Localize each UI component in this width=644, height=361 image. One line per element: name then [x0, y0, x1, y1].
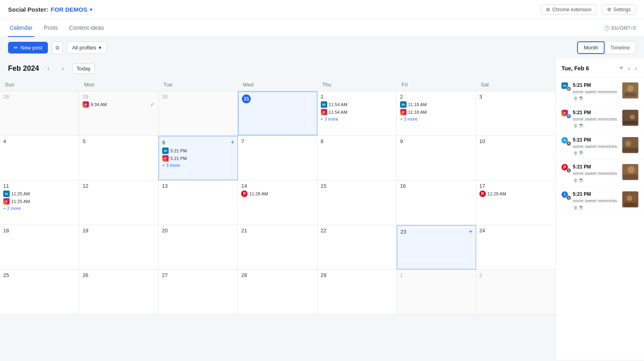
tab-calendar[interactable]: Calendar [8, 19, 34, 37]
linkedin-icon: in [400, 101, 407, 108]
cal-cell-15-feb[interactable]: 15 [318, 180, 397, 225]
chrome-extension-button[interactable]: ⚙ Chrome extension [541, 4, 597, 15]
post-5-thumbnail [622, 191, 638, 207]
prev-month-button[interactable]: ‹ [43, 63, 54, 74]
event-instagram-934[interactable]: ✦ 9:34 AM ✓ [83, 101, 155, 108]
timeline-view-button[interactable]: Timeline [605, 41, 636, 54]
post-2-platform-icons: ✦ F [561, 110, 570, 118]
cal-cell-2-mar[interactable]: 2 [476, 270, 555, 314]
copy-button[interactable]: ⧉ [52, 41, 63, 54]
cal-cell-30-jan[interactable]: 30 [159, 91, 238, 135]
cal-cell-5-feb[interactable]: 5 [79, 136, 159, 180]
cal-cell-31[interactable]: 31 [238, 91, 317, 135]
cal-cell-28-jan[interactable]: 28 [0, 91, 79, 135]
post-5-platform-icons: f S [561, 191, 570, 199]
cal-cell-28-feb[interactable]: 28 [238, 270, 317, 314]
right-panel-post-4[interactable]: P D 5:21 PM some sweet memories🍵☕ [556, 160, 644, 187]
svg-point-1 [627, 85, 634, 92]
event-pinterest-1128-14[interactable]: P 11:28 AM [241, 191, 314, 197]
new-post-button[interactable]: ✏ New post [8, 42, 48, 53]
event-linkedin-1125-11[interactable]: in 11:25 AM [3, 191, 76, 197]
workspace-name[interactable]: FOR DEMOS [51, 6, 87, 13]
add-event-icon[interactable]: + [469, 228, 473, 235]
cal-cell-3-feb[interactable]: 3 [476, 91, 555, 135]
cal-cell-12-feb[interactable]: 12 [79, 180, 159, 225]
right-panel-post-3[interactable]: ✦ A 5:21 PM some sweet memories🍵☕ [556, 133, 644, 160]
cal-cell-25-feb[interactable]: 25 [0, 270, 79, 314]
instagram-icon: ✦ [321, 109, 327, 115]
svg-rect-2 [624, 92, 636, 96]
day-name-sat: Sat [476, 78, 555, 91]
cal-cell-6-feb[interactable]: 6+ in 5:21 PM ✦ 5:21 PM + 3 more [159, 136, 238, 180]
event-linkedin-1118-2[interactable]: in 11:18 AM ✎ [400, 101, 473, 108]
cal-cell-26-feb[interactable]: 26 [79, 270, 159, 314]
cal-cell-18-feb[interactable]: 18 [0, 225, 79, 269]
add-post-button[interactable]: + [617, 63, 625, 73]
next-day-button[interactable]: › [633, 64, 638, 72]
instagram-icon: ✦ [162, 155, 169, 162]
cal-cell-13-feb[interactable]: 13 [159, 180, 238, 225]
cal-cell-7-feb[interactable]: 7 [238, 136, 317, 180]
cal-cell-2-feb[interactable]: 2 in 11:18 AM ✎ ✦ 11:18 AM ✎ + 3 more [397, 91, 476, 135]
settings-button[interactable]: ⚙ Settings [602, 4, 636, 15]
tab-posts[interactable]: Posts [42, 19, 60, 37]
cal-cell-1-mar[interactable]: 1 [397, 270, 476, 314]
cal-cell-27-feb[interactable]: 27 [159, 270, 238, 314]
svg-point-10 [627, 166, 635, 173]
cal-cell-1-feb[interactable]: 1 in 11:54 AM ✎ ✦ 11:54 AM ✎ + 3 more [318, 91, 397, 135]
cal-cell-21-feb[interactable]: 21 [238, 225, 317, 269]
event-linkedin-1154-1[interactable]: in 11:54 AM ✎ [321, 101, 393, 108]
event-linkedin-521-6[interactable]: in 5:21 PM [162, 148, 234, 154]
event-instagram-1125-11[interactable]: ✦ 11:25 AM [3, 198, 76, 205]
more-events-link[interactable]: + 3 more [321, 117, 393, 121]
post-4-thumbnail [622, 164, 638, 180]
event-instagram-1154-1[interactable]: ✦ 11:54 AM ✎ [321, 109, 393, 115]
cal-cell-29-jan[interactable]: 29 ✦ 9:34 AM ✓ [79, 91, 159, 135]
all-profiles-button[interactable]: All profiles ▾ [67, 41, 107, 54]
cal-cell-29-feb[interactable]: 29 [318, 270, 397, 314]
cal-cell-10-feb[interactable]: 10 [476, 136, 555, 180]
instagram-icon: ✦ [83, 101, 89, 108]
linkedin-icon: in [3, 191, 10, 197]
day-name-fri: Fri [397, 78, 476, 91]
next-month-button[interactable]: › [58, 63, 68, 74]
today-button[interactable]: Today [72, 64, 95, 74]
cal-cell-20-feb[interactable]: 20 [159, 225, 238, 269]
event-instagram-1118-2[interactable]: ✦ 11:18 AM ✎ [400, 109, 473, 115]
post-1-thumbnail [622, 82, 638, 98]
cal-cell-23-feb[interactable]: 23+ [397, 225, 476, 269]
post-4-text: some sweet memories🍵☕ [573, 170, 619, 183]
cal-cell-8-feb[interactable]: 8 [318, 136, 397, 180]
cal-cell-19-feb[interactable]: 19 [79, 225, 159, 269]
right-panel-post-5[interactable]: f S 5:21 PM some sweet memories🍵☕ [556, 187, 644, 215]
month-view-button[interactable]: Month [577, 41, 605, 54]
cal-cell-9-feb[interactable]: 9 [397, 136, 476, 180]
prev-day-button[interactable]: ‹ [627, 64, 632, 72]
cal-cell-4-feb[interactable]: 4 [0, 136, 79, 180]
view-toggle: Month Timeline [577, 41, 636, 54]
event-instagram-521-6[interactable]: ✦ 5:21 PM [162, 155, 234, 162]
cal-cell-17-feb[interactable]: 17 P 11:29 AM [476, 180, 555, 225]
cal-cell-16-feb[interactable]: 16 [397, 180, 476, 225]
post-1-time: 5:21 PM [573, 82, 619, 88]
svg-rect-5 [623, 121, 637, 124]
timezone-display: 🕐 Etc/GMT+5 [604, 25, 636, 31]
post-2-text: some sweet memories🍵☕ [573, 116, 619, 129]
profile-sub-icon-3: D [566, 168, 571, 173]
event-pinterest-1129-17[interactable]: P 11:29 AM [479, 191, 552, 197]
instagram-icon: ✦ [3, 198, 10, 205]
day-name-mon: Mon [79, 78, 159, 91]
right-panel-post-1[interactable]: in O 5:21 PM some sweet memories🍵☕ [556, 78, 644, 106]
more-events-link[interactable]: + 3 more [400, 117, 473, 121]
post-3-thumbnail [622, 137, 638, 153]
more-events-link[interactable]: + 2 more [3, 206, 76, 211]
cal-cell-11-feb[interactable]: 11 in 11:25 AM ✦ 11:25 AM + 2 more [0, 180, 79, 225]
tab-content-ideas[interactable]: Content ideas [68, 19, 105, 37]
right-panel-post-2[interactable]: ✦ F 5:21 PM some sweet memories🍵☕ [556, 106, 644, 133]
cal-cell-14-feb[interactable]: 14 P 11:28 AM [238, 180, 317, 225]
add-event-icon[interactable]: + [231, 139, 234, 146]
cal-cell-22-feb[interactable]: 22 [318, 225, 397, 269]
workspace-dropdown-icon[interactable]: ▾ [90, 7, 92, 12]
more-events-link[interactable]: + 3 more [162, 163, 234, 168]
cal-cell-24-feb[interactable]: 24 [476, 225, 555, 269]
